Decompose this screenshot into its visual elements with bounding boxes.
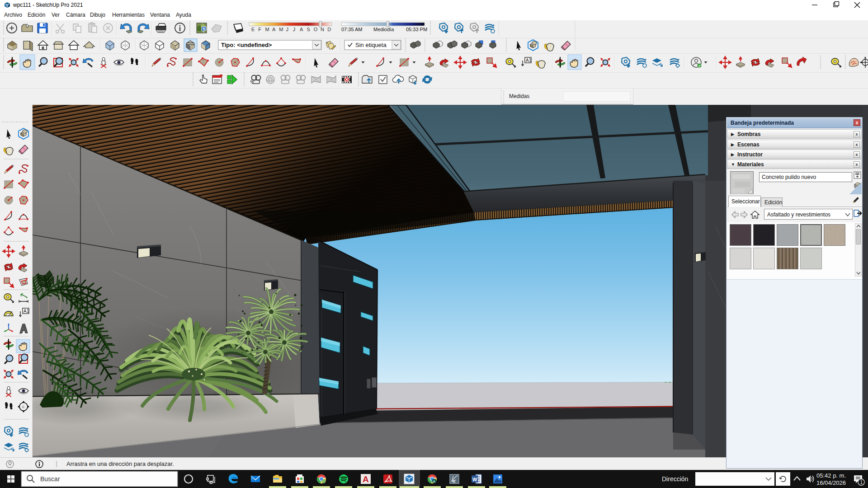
svg-text:J: J: [293, 27, 296, 32]
svg-text:O: O: [314, 27, 318, 32]
svg-text:M: M: [265, 27, 269, 32]
svg-text:Dirección: Dirección: [662, 475, 688, 483]
svg-text:A: A: [363, 474, 369, 484]
svg-text:05:33 PM: 05:33 PM: [406, 27, 427, 32]
svg-text:07:35 AM: 07:35 AM: [341, 27, 362, 32]
svg-text:C: C: [22, 405, 24, 408]
svg-text:A1: A1: [526, 58, 532, 63]
svg-text:E: E: [251, 27, 255, 32]
svg-text:D: D: [327, 27, 331, 32]
svg-text:1: 1: [860, 480, 863, 485]
svg-text:A: A: [300, 27, 303, 32]
svg-text:M: M: [279, 27, 283, 32]
svg-text:Buscar: Buscar: [40, 475, 60, 483]
svg-text:N: N: [864, 56, 866, 59]
svg-text:05:42 p. m.: 05:42 p. m.: [816, 472, 846, 479]
svg-text:8: 8: [453, 479, 455, 484]
svg-text:N: N: [321, 27, 324, 32]
svg-text:W: W: [472, 477, 477, 482]
svg-text:Mediodía: Mediodía: [373, 27, 394, 32]
svg-text:Sin etiqueta: Sin etiqueta: [355, 42, 387, 48]
svg-text:A: A: [272, 27, 276, 32]
svg-text:S: S: [307, 27, 310, 32]
svg-text:A1: A1: [24, 309, 29, 314]
svg-text:J: J: [286, 27, 289, 32]
svg-text:Tipo: <undefined>: Tipo: <undefined>: [221, 42, 272, 48]
svg-text:F: F: [258, 27, 261, 32]
svg-text:A: A: [433, 479, 436, 483]
svg-text:16/04/2026: 16/04/2026: [816, 479, 846, 486]
